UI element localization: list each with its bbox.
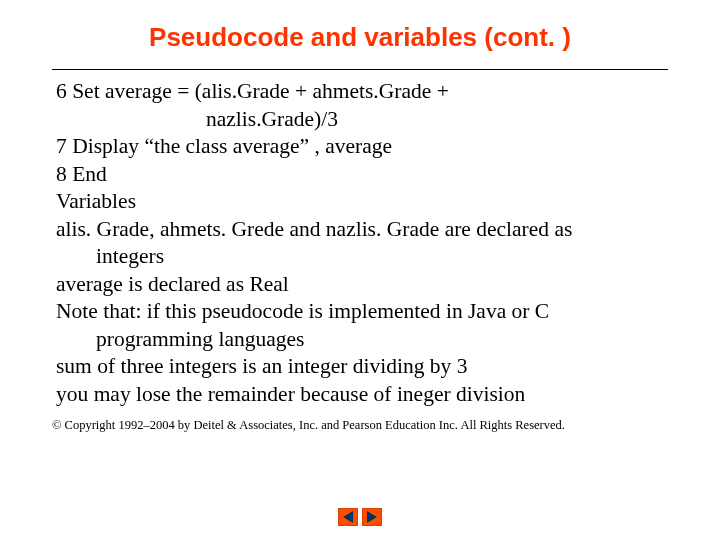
title-divider xyxy=(52,69,668,70)
slide: Pseudocode and variables (cont. ) 6 Set … xyxy=(0,0,720,540)
triangle-left-icon xyxy=(343,511,353,523)
svg-marker-1 xyxy=(367,511,377,523)
body-line: 8 End xyxy=(56,161,664,189)
copyright-text: © Copyright 1992–2004 by Deitel & Associ… xyxy=(52,418,720,433)
body-line: integers xyxy=(56,243,664,271)
next-button[interactable] xyxy=(362,508,382,526)
triangle-right-icon xyxy=(367,511,377,523)
body-line: programming languages xyxy=(56,326,664,354)
body-line: average is declared as Real xyxy=(56,271,664,299)
body-line: 6 Set average = (alis.Grade + ahmets.Gra… xyxy=(56,78,664,106)
body-line: Note that: if this pseudocode is impleme… xyxy=(56,298,664,326)
nav-controls xyxy=(338,508,382,526)
slide-body: 6 Set average = (alis.Grade + ahmets.Gra… xyxy=(56,78,664,408)
body-line: alis. Grade, ahmets. Grede and nazlis. G… xyxy=(56,216,664,244)
body-line: sum of three integers is an integer divi… xyxy=(56,353,664,381)
svg-marker-0 xyxy=(343,511,353,523)
body-line: nazlis.Grade)/3 xyxy=(56,106,664,134)
body-line: Variables xyxy=(56,188,664,216)
prev-button[interactable] xyxy=(338,508,358,526)
body-line: 7 Display “the class average” , average xyxy=(56,133,664,161)
slide-title: Pseudocode and variables (cont. ) xyxy=(0,0,720,63)
body-line: you may lose the remainder because of in… xyxy=(56,381,664,409)
